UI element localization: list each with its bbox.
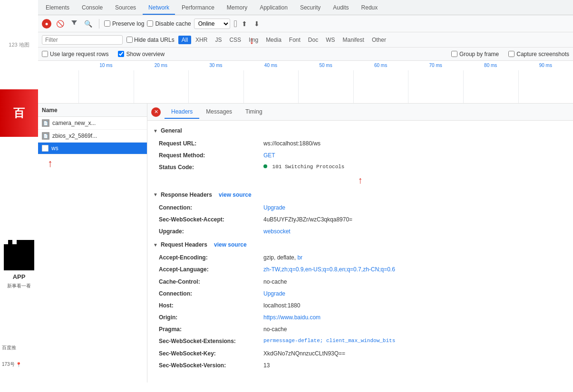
request-method-row: Request Method: GET — [147, 150, 573, 162]
download-button[interactable]: ⬇ — [252, 19, 262, 29]
host-row: Host: localhost:1880 — [147, 300, 573, 312]
details-tab-timing[interactable]: Timing — [239, 105, 269, 119]
filter-tab-media[interactable]: Media — [262, 36, 285, 44]
upgrade-response-row: Upgrade: websocket — [147, 226, 573, 238]
name-column-header: Name — [38, 104, 147, 117]
disable-cache-checkbox[interactable] — [147, 20, 153, 27]
details-tab-messages[interactable]: Messages — [199, 105, 239, 119]
tab-audits[interactable]: Audits — [327, 1, 354, 15]
filter-bar: Hide data URLs All XHR JS CSS Img Media … — [38, 32, 573, 48]
filter-tab-img[interactable]: Img — [245, 36, 262, 44]
close-details-button[interactable]: ✕ — [151, 107, 161, 117]
response-headers-body: Connection: Upgrade Sec-WebSocket-Accept… — [147, 201, 573, 239]
cache-control-value: no-cache — [263, 277, 287, 287]
connection-request-label: Connection: — [159, 289, 263, 298]
filter-tab-font[interactable]: Font — [286, 36, 304, 44]
accept-encoding-row: Accept-Encoding: gzip, deflate, br — [147, 252, 573, 264]
file-icon-ws — [42, 145, 49, 152]
address-label: 173号 📍 — [2, 361, 21, 368]
tab-network[interactable]: Network — [143, 1, 175, 15]
cache-control-label: Cache-Control: — [159, 277, 263, 287]
filter-tab-js[interactable]: JS — [212, 36, 225, 44]
search-button[interactable]: 🔍 — [82, 19, 94, 29]
accept-language-value: zh-TW,zh;q=0.9,en-US;q=0.8,en;q=0.7,zh-C… — [263, 265, 395, 274]
pragma-label: Pragma: — [159, 325, 263, 334]
host-value: localhost:1880 — [263, 301, 300, 310]
clear-button[interactable]: 🚫 — [54, 19, 66, 29]
general-section-header[interactable]: ▼ General — [147, 124, 573, 137]
large-rows-option[interactable]: Use large request rows — [42, 51, 108, 57]
details-tab-headers[interactable]: Headers — [165, 105, 199, 119]
status-arrow-annotation: ↑ — [147, 174, 573, 188]
preserve-log-checkbox[interactable] — [104, 20, 110, 27]
filter-tab-other[interactable]: Other — [369, 36, 389, 44]
request-headers-view-source[interactable]: view source — [214, 241, 247, 248]
pragma-row: Pragma: no-cache — [147, 324, 573, 335]
capture-screenshots-checkbox[interactable] — [508, 51, 515, 57]
upload-button[interactable]: ⬆ — [240, 19, 249, 29]
show-overview-option[interactable]: Show overview — [118, 51, 165, 57]
disable-cache-checkbox-label[interactable]: Disable cache — [147, 20, 191, 27]
response-headers-triangle: ▼ — [153, 192, 158, 197]
tab-console[interactable]: Console — [76, 1, 108, 15]
timeline-labels: 10 ms 20 ms 30 ms 40 ms 50 ms 60 ms 70 m… — [38, 61, 573, 68]
timeline-label-80ms: 80 ms — [463, 63, 518, 68]
response-headers-view-source[interactable]: view source — [219, 191, 252, 198]
filter-tab-css[interactable]: CSS — [226, 36, 244, 44]
list-item-camera[interactable]: 📄 camera_new_x... — [38, 117, 147, 130]
sec-websocket-extensions-value: permessage-deflate; client_max_window_bi… — [263, 337, 395, 346]
preserve-log-checkbox-label[interactable]: Preserve log — [104, 20, 144, 27]
group-by-frame-option[interactable]: Group by frame — [451, 51, 499, 57]
devtools-tabbar: Elements Console Sources Network Perform… — [38, 0, 573, 15]
sec-websocket-key-label: Sec-WebSocket-Key: — [159, 349, 263, 358]
group-by-frame-checkbox[interactable] — [451, 51, 457, 57]
host-label: Host: — [159, 301, 263, 310]
filter-tab-ws[interactable]: WS — [322, 36, 338, 44]
tab-application[interactable]: Application — [254, 1, 293, 15]
headers-content: ▼ General Request URL: ws://localhost:18… — [147, 121, 573, 376]
timeline-label-50ms: 50 ms — [298, 63, 353, 68]
tab-security[interactable]: Security — [294, 1, 326, 15]
record-button[interactable]: ● — [42, 19, 51, 29]
file-icon-zbios: 📄 — [42, 132, 49, 140]
filter-tab-xhr[interactable]: XHR — [192, 36, 211, 44]
timeline-label-70ms: 70 ms — [408, 63, 463, 68]
filter-tab-manifest[interactable]: Manifest — [340, 36, 368, 44]
throttle-select[interactable]: Online Fast 3G Slow 3G Offline — [194, 19, 230, 29]
filter-button[interactable] — [69, 19, 79, 29]
hide-data-urls-checkbox[interactable] — [126, 37, 133, 43]
response-headers-section-header[interactable]: ▼ Response Headers view source — [147, 189, 573, 201]
list-item-ws[interactable]: ws — [38, 143, 147, 154]
connection-request-row: Connection: Upgrade — [147, 288, 573, 300]
request-headers-section-header[interactable]: ▼ Request Headers view source — [147, 239, 573, 251]
accept-encoding-value: gzip, deflate, br — [263, 253, 302, 262]
request-headers-body: Accept-Encoding: gzip, deflate, br Accep… — [147, 251, 573, 373]
filter-tab-all[interactable]: All — [178, 36, 191, 44]
request-url-label: Request URL: — [159, 139, 263, 148]
show-overview-label: Show overview — [126, 51, 165, 57]
filter-input[interactable] — [42, 35, 123, 45]
connection-response-value: Upgrade — [263, 203, 285, 212]
list-item-zbios[interactable]: 📄 zbios_x2_5869f... — [38, 130, 147, 143]
large-rows-checkbox[interactable] — [42, 51, 48, 57]
filter-tab-doc[interactable]: Doc — [305, 36, 321, 44]
request-url-row: Request URL: ws://localhost:1880/ws — [147, 138, 573, 150]
tab-sources[interactable]: Sources — [109, 1, 142, 15]
request-headers-title: Request Headers — [161, 241, 207, 248]
tab-elements[interactable]: Elements — [40, 1, 75, 15]
status-code-row: Status Code: 101 Switching Protocols — [147, 162, 573, 173]
tab-redux[interactable]: Redux — [356, 1, 384, 15]
hide-data-urls-label[interactable]: Hide data URLs — [126, 37, 175, 43]
tab-memory[interactable]: Memory — [221, 1, 253, 15]
sec-websocket-key-row: Sec-WebSocket-Key: XkdGNo7zNQnnzucCLtN93… — [147, 348, 573, 360]
show-overview-checkbox[interactable] — [118, 51, 124, 57]
sec-websocket-version-label: Sec-WebSocket-Version: — [159, 361, 263, 370]
status-code-value: 101 Switching Protocols — [263, 163, 344, 172]
tab-performance[interactable]: Performance — [176, 1, 220, 15]
throttle-expand-icon — [234, 20, 237, 27]
qr-code — [4, 240, 34, 270]
push-label: 百度推 — [2, 344, 16, 351]
timeline-area: 10 ms 20 ms 30 ms 40 ms 50 ms 60 ms 70 m… — [38, 61, 573, 104]
capture-screenshots-option[interactable]: Capture screenshots — [508, 51, 569, 57]
details-tabbar: ✕ Headers Messages Timing — [147, 104, 573, 121]
